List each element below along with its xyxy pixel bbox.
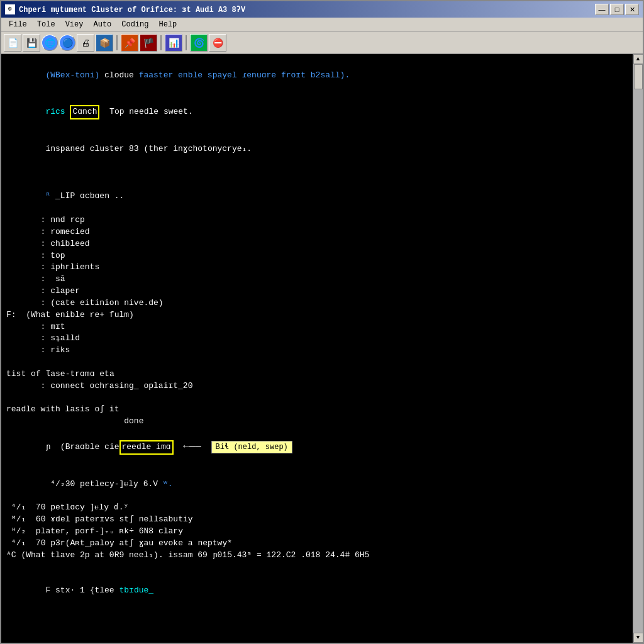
tooltip-box: Biɬ (neld, swep) xyxy=(211,441,292,453)
scroll-thumb[interactable] xyxy=(634,64,643,89)
terminal-line-blank2 xyxy=(6,357,628,369)
scroll-up-arrow[interactable]: ▲ xyxy=(633,54,643,64)
toolbar-btn-6[interactable]: 📦 xyxy=(96,34,113,52)
terminal-line-25: ⁴/₂30 petlecy-]ᵾly 6.V ʷ. xyxy=(6,467,628,502)
terminal-line-blank4 xyxy=(6,561,628,573)
terminal-line-28: ᴴ/₂ plater, porf-]₊ᵤ ʀk÷ 6N8 clary xyxy=(6,526,628,538)
toolbar-btn-3[interactable]: 🌐 xyxy=(42,35,58,51)
terminal-line-7: : romecied xyxy=(6,226,628,238)
content-area: (WBex-toni) clodue faaster enble spayel … xyxy=(1,54,643,643)
terminal-line-20: : connect ochrasing_ oplaiɪt_20 xyxy=(6,380,628,392)
terminal-line-13: : (cate eitinion nive.de) xyxy=(6,297,628,309)
toolbar-btn-7[interactable]: 📌 xyxy=(121,34,138,52)
terminal-line-6: : nnd rcp xyxy=(6,214,628,226)
toolbar-separator-2 xyxy=(160,35,162,50)
rics-label: rics xyxy=(45,107,70,116)
scroll-down-arrow[interactable]: ▼ xyxy=(633,633,643,643)
toolbar-btn-9[interactable]: 📊 xyxy=(165,34,182,52)
main-window: ⚙ Chperi mụtument Cluster of Orifice: ɜt… xyxy=(0,0,644,644)
terminal[interactable]: (WBex-toni) clodue faaster enble spayel … xyxy=(1,54,633,643)
toolbar: 📄 💾 🌐 🔵 🖨 📦 📌 🏴 📊 🌀 ⛔ xyxy=(1,31,643,54)
terminal-line-3: inspaned cluster 83 (ther inɣchotonycrye… xyxy=(6,131,628,167)
toolbar-separator-1 xyxy=(116,35,118,50)
terminal-line-30: ᴬC (What tlave 2p at 0R9 neel₁). issam 6… xyxy=(6,550,628,562)
terminal-line-22: readle with lasis oʃ it xyxy=(6,404,628,416)
terminal-line-blank3 xyxy=(6,392,628,404)
line1-seg2: clodue xyxy=(104,70,139,80)
scrollbar[interactable]: ▲ ▼ xyxy=(633,54,643,643)
menu-coding[interactable]: Coding xyxy=(116,19,153,30)
terminal-line-2: rics Cɑnch Top needle sweet. xyxy=(6,94,628,132)
terminal-line-23: done xyxy=(6,416,628,428)
line1-seg1: (WBex-toni) xyxy=(45,70,104,80)
terminal-line-29: ⁴/₁ 70 p3r(Aʀt_paloy atʃ ɣau evoke a nep… xyxy=(6,538,628,550)
terminal-line-blank1 xyxy=(6,167,628,179)
menu-auto[interactable]: Auto xyxy=(88,19,116,30)
toolbar-separator-3 xyxy=(186,35,187,50)
terminal-line-14: F: (What enible re+ fulm) xyxy=(6,309,628,321)
line24-prefix: ɲ (Braɑble cie xyxy=(45,442,119,452)
close-button[interactable]: ✕ xyxy=(625,4,639,15)
terminal-line-10: : iphrlients xyxy=(6,262,628,274)
menu-help[interactable]: Help xyxy=(153,19,182,30)
toolbar-btn-4[interactable]: 🔵 xyxy=(59,35,75,51)
menu-bar: File Tole Viey Auto Coding Help xyxy=(1,18,643,31)
conch-box: Cɑnch xyxy=(70,105,99,119)
terminal-line-19: tist of Ɩase-trɑmɑ eta xyxy=(6,369,628,380)
arrow-icon: ←—— xyxy=(183,441,201,452)
top-needle: Top needle sweet. xyxy=(99,107,192,116)
terminal-line-12: : claper xyxy=(6,286,628,297)
title-bar-buttons: — □ ✕ xyxy=(595,4,639,15)
terminal-line-5: ᴿ _LIP ɑcbɑen .. xyxy=(6,179,628,214)
terminal-line-32: F stx· 1 {tlee tbɪdue_ xyxy=(6,573,628,609)
toolbar-btn-5[interactable]: 🖨 xyxy=(77,34,94,52)
maximize-button[interactable]: □ xyxy=(610,4,624,15)
line1-seg3: faaster enble spayel ɾenuɑre froɪt b2sal… xyxy=(139,70,350,80)
title-bar-left: ⚙ Chperi mụtument Cluster of Orifice: ɜt… xyxy=(5,4,245,14)
needle-ima-highlight: reedle imɑ xyxy=(119,440,174,455)
scroll-track[interactable] xyxy=(633,64,643,633)
terminal-line-27: ᴹ/₁ 60 ɤdel paterɪvs stʃ nellsabutiy xyxy=(6,514,628,526)
minimize-button[interactable]: — xyxy=(595,4,609,15)
menu-tole[interactable]: Tole xyxy=(32,19,60,30)
terminal-line-24: ɲ (Braɑble ciereedle imɑ ←—— Biɬ (neld, … xyxy=(6,428,628,467)
window-icon: ⚙ xyxy=(5,4,15,14)
cursor-text: tbɪdue_ xyxy=(119,586,153,595)
title-bar: ⚙ Chperi mụtument Cluster of Orifice: ɜt… xyxy=(1,1,643,18)
toolbar-btn-8[interactable]: 🏴 xyxy=(140,34,157,52)
toolbar-btn-10[interactable]: 🌀 xyxy=(190,34,208,52)
terminal-line-16: : sʇalld xyxy=(6,333,628,345)
toolbar-btn-11[interactable]: ⛔ xyxy=(209,34,226,52)
terminal-line-11: : sā xyxy=(6,274,628,286)
terminal-line-26: ⁴/₁ 70 petlɑcy ]ᵾly ɗ.ʸ xyxy=(6,502,628,514)
window-title: Chperi mụtument Cluster of Orifice: ɜt A… xyxy=(19,5,245,14)
menu-viey[interactable]: Viey xyxy=(60,19,89,30)
toolbar-btn-1[interactable]: 📄 xyxy=(4,34,21,52)
terminal-line-8: : chibleed xyxy=(6,238,628,250)
terminal-line-17: : riks xyxy=(6,345,628,357)
terminal-line-1: (WBex-toni) clodue faaster enble spayel … xyxy=(6,58,628,94)
terminal-line-15: : mɪt xyxy=(6,321,628,333)
line24-arrow xyxy=(174,442,184,452)
toolbar-btn-2[interactable]: 💾 xyxy=(23,34,40,52)
terminal-line-9: : top xyxy=(6,250,628,262)
menu-file[interactable]: File xyxy=(4,19,32,30)
